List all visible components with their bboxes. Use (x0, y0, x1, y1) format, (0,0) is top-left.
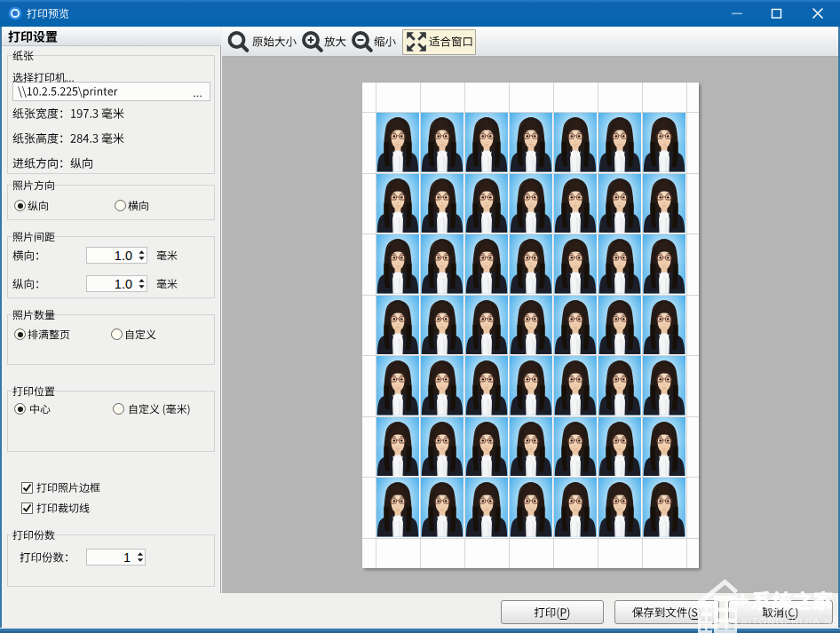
svg-text:1: 1 (123, 550, 131, 565)
svg-text:XITONGZHIJIA.NET: XITONGZHIJIA.NET (741, 616, 840, 627)
svg-text:...: ... (193, 86, 202, 99)
svg-text:1.0: 1.0 (115, 249, 132, 263)
svg-text:1.0: 1.0 (115, 277, 132, 291)
